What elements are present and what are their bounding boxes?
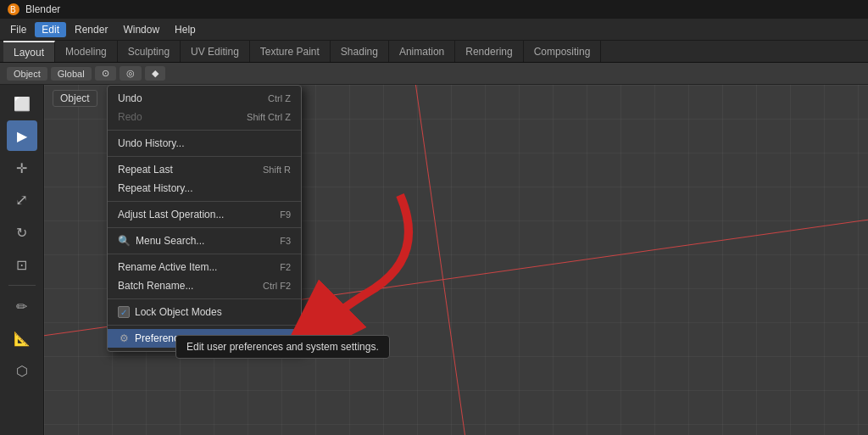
viewport-mode-label: Object xyxy=(53,90,97,107)
snap-btn[interactable]: ⊙ xyxy=(95,66,116,81)
tooltip-text: Edit user preferences and system setting… xyxy=(186,341,379,353)
tab-sculpting[interactable]: Sculpting xyxy=(118,41,181,62)
main-area: ⬜ ▶ ✛ ⤢ ↻ ⊡ ✏ 📐 ⬡ Object Undo Ctrl Z Red… xyxy=(0,85,868,435)
menu-sep-6 xyxy=(108,298,301,299)
menu-item-lock-object-modes[interactable]: ✓ Lock Object Modes xyxy=(108,303,301,321)
lock-object-modes-inner: ✓ Lock Object Modes xyxy=(118,306,222,318)
menu-item-repeat-last-label: Repeat Last xyxy=(118,164,173,176)
header-toolbar: Object Global ⊙ ◎ ◆ xyxy=(0,63,868,85)
menu-item-adjust-last[interactable]: Adjust Last Operation... F9 xyxy=(108,205,301,224)
sidebar-icon-cursor[interactable]: ✛ xyxy=(7,153,37,183)
workspace-tabs: Layout Modeling Sculpting UV Editing Tex… xyxy=(0,41,868,63)
menu-sep-1 xyxy=(108,130,301,131)
tab-layout[interactable]: Layout xyxy=(3,41,55,62)
proportional-btn[interactable]: ◎ xyxy=(120,66,142,81)
menu-sep-7 xyxy=(108,325,301,326)
blender-logo: B xyxy=(7,3,20,16)
menu-item-repeat-history-label: Repeat History... xyxy=(118,182,192,194)
menu-render[interactable]: Render xyxy=(68,22,114,37)
svg-text:B: B xyxy=(10,5,16,14)
sidebar-icon-box-select[interactable]: ⬜ xyxy=(7,88,37,119)
menu-item-batch-rename-shortcut: Ctrl F2 xyxy=(263,281,291,291)
menu-item-rename-shortcut: F2 xyxy=(280,262,291,272)
menu-file[interactable]: File xyxy=(3,22,33,37)
sidebar-icon-move[interactable]: ⤢ xyxy=(7,185,37,215)
tab-texture-paint[interactable]: Texture Paint xyxy=(250,41,331,62)
sidebar-divider-1 xyxy=(8,285,36,286)
menu-item-undo-history[interactable]: Undo History... xyxy=(108,134,301,153)
menu-item-undo-label: Undo xyxy=(118,92,142,104)
sidebar-icon-measure[interactable]: 📐 xyxy=(7,323,37,354)
menu-sep-2 xyxy=(108,156,301,157)
menu-sep-5 xyxy=(108,254,301,254)
tooltip: Edit user preferences and system setting… xyxy=(175,335,390,359)
app-title: Blender xyxy=(25,3,60,15)
keyframe-btn[interactable]: ◆ xyxy=(145,66,165,81)
menu-help[interactable]: Help xyxy=(168,22,203,37)
tab-compositing[interactable]: Compositing xyxy=(524,41,602,62)
tab-shading[interactable]: Shading xyxy=(331,41,389,62)
object-mode-btn[interactable]: Object xyxy=(7,67,47,81)
menu-edit[interactable]: Edit xyxy=(35,22,66,37)
menu-item-adjust-last-shortcut: F9 xyxy=(280,209,291,220)
sidebar-icon-rotate[interactable]: ↻ xyxy=(7,217,37,248)
lock-object-modes-checkbox: ✓ xyxy=(118,306,130,318)
menu-item-rename-label: Rename Active Item... xyxy=(118,261,217,273)
menu-item-batch-rename-label: Batch Rename... xyxy=(118,280,193,292)
menu-item-lock-object-modes-label: Lock Object Modes xyxy=(135,306,222,318)
menu-item-redo-label: Redo xyxy=(118,111,142,123)
menu-item-undo[interactable]: Undo Ctrl Z xyxy=(108,89,301,108)
menu-item-undo-shortcut: Ctrl Z xyxy=(268,93,291,103)
menu-item-adjust-last-label: Adjust Last Operation... xyxy=(118,209,224,220)
search-icon: 🔍 xyxy=(118,235,131,247)
menu-item-repeat-history[interactable]: Repeat History... xyxy=(108,179,301,198)
tab-animation[interactable]: Animation xyxy=(389,41,455,62)
menu-item-search[interactable]: 🔍 Menu Search... F3 xyxy=(108,231,301,250)
tab-rendering[interactable]: Rendering xyxy=(455,41,523,62)
menu-item-batch-rename[interactable]: Batch Rename... Ctrl F2 xyxy=(108,276,301,295)
global-transform-btn[interactable]: Global xyxy=(51,67,92,81)
menu-item-redo-shortcut: Shift Ctrl Z xyxy=(247,112,291,122)
menu-item-undo-history-label: Undo History... xyxy=(118,137,184,149)
menu-item-search-inner: 🔍 Menu Search... xyxy=(118,235,204,247)
viewport: Object Undo Ctrl Z Redo Shift Ctrl Z Und… xyxy=(44,85,868,435)
menu-item-search-shortcut: F3 xyxy=(280,236,291,246)
gear-icon: ⚙ xyxy=(118,332,130,344)
menu-item-repeat-last-shortcut: Shift R xyxy=(263,165,291,175)
sidebar-icon-annotate[interactable]: ✏ xyxy=(7,291,37,321)
menu-item-search-label: Menu Search... xyxy=(136,235,204,247)
menu-item-rename[interactable]: Rename Active Item... F2 xyxy=(108,258,301,276)
sidebar-icon-add[interactable]: ⬡ xyxy=(7,355,37,386)
tab-modeling[interactable]: Modeling xyxy=(55,41,118,62)
tab-uv-editing[interactable]: UV Editing xyxy=(181,41,250,62)
edit-dropdown-menu: Undo Ctrl Z Redo Shift Ctrl Z Undo Histo… xyxy=(107,85,302,352)
menu-sep-3 xyxy=(108,201,301,202)
menu-sep-4 xyxy=(108,227,301,228)
titlebar: B Blender xyxy=(0,0,868,19)
menu-window[interactable]: Window xyxy=(116,22,166,37)
sidebar-icon-scale[interactable]: ⊡ xyxy=(7,249,37,280)
menu-item-repeat-last[interactable]: Repeat Last Shift R xyxy=(108,160,301,179)
sidebar-icon-select[interactable]: ▶ xyxy=(7,120,37,151)
menu-item-redo[interactable]: Redo Shift Ctrl Z xyxy=(108,108,301,126)
menubar: File Edit Render Window Help xyxy=(0,19,868,41)
left-sidebar: ⬜ ▶ ✛ ⤢ ↻ ⊡ ✏ 📐 ⬡ xyxy=(0,85,44,435)
